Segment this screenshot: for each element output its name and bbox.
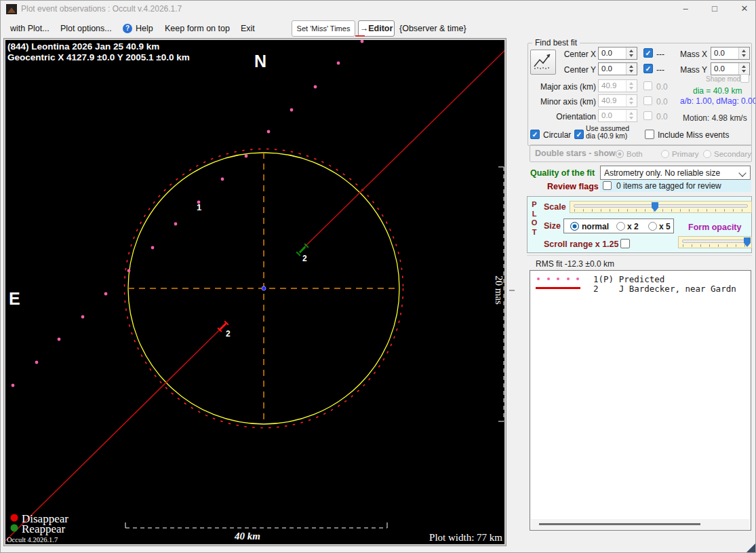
circular-label: Circular bbox=[543, 130, 571, 140]
minor-axis-checkbox[interactable] bbox=[643, 96, 652, 105]
menu-plot-options[interactable]: Plot options... bbox=[60, 24, 112, 33]
path-direction-tick bbox=[355, 35, 365, 37]
scale-slider[interactable] bbox=[570, 201, 752, 213]
motion-text: Motion: 4.98 km/s bbox=[683, 113, 747, 123]
close-button[interactable]: ✕ bbox=[733, 2, 756, 16]
observation-name: J Bardecker, near Gardn bbox=[619, 284, 736, 294]
mass-y-label: Mass Y bbox=[679, 65, 707, 75]
observation-id: 2 bbox=[593, 284, 619, 294]
plot-scrollbar-thumb[interactable] bbox=[509, 290, 515, 291]
minor-axis-label: Minor axis (km) bbox=[528, 97, 596, 107]
menu-with-plot[interactable]: with Plot... bbox=[10, 24, 49, 33]
center-y-spin-buttons[interactable] bbox=[626, 63, 637, 75]
use-assumed-dia-label: Use assumed dia (40.9 km) bbox=[586, 125, 629, 140]
mass-x-spin-buttons[interactable] bbox=[738, 47, 749, 59]
orientation-checkbox[interactable] bbox=[643, 111, 652, 120]
size-normal-radio[interactable] bbox=[570, 222, 579, 231]
orientation-value: 0.0 bbox=[601, 111, 612, 119]
double-stars-secondary-radio[interactable] bbox=[703, 150, 711, 158]
scale-slider-ticks bbox=[574, 209, 749, 212]
set-miss-times-button[interactable]: Set 'Miss' Times bbox=[292, 20, 355, 37]
observations-listbox[interactable]: 1(P)Predicted 2J Bardecker, near Gardn bbox=[530, 270, 751, 531]
center-y-spinner[interactable]: 0.0 bbox=[598, 62, 637, 75]
scroll-range-checkbox[interactable] bbox=[620, 239, 630, 248]
minor-axis-spinner[interactable]: 40.9 bbox=[598, 94, 637, 107]
shape-model-checkbox[interactable] bbox=[740, 74, 749, 83]
minor-axis-spin-buttons[interactable] bbox=[626, 95, 637, 107]
app-window: Plot event observations : Occult v.4.202… bbox=[0, 0, 756, 553]
quality-combobox[interactable]: Astrometry only. No reliable size bbox=[600, 166, 751, 180]
orientation-spinner[interactable]: 0.0 bbox=[598, 109, 637, 122]
help-icon[interactable]: ? bbox=[123, 24, 132, 33]
form-opacity-slider[interactable] bbox=[678, 236, 752, 248]
rms-fit-text: RMS fit -12.3 ±0.0 km bbox=[536, 259, 614, 269]
list-item[interactable]: 1(P)Predicted bbox=[530, 274, 751, 284]
app-icon bbox=[6, 4, 17, 14]
separator bbox=[527, 255, 752, 256]
scroll-range-label: Scroll range x 1.25 bbox=[544, 240, 618, 249]
chord2-ingress-line bbox=[5, 328, 221, 541]
center-x-spinner[interactable]: 0.0 bbox=[598, 47, 637, 60]
mass-x-spinner[interactable]: 0.0 bbox=[711, 47, 750, 60]
plot-width-label: Plot width: 77 km bbox=[429, 532, 502, 543]
maximize-button[interactable]: □ bbox=[703, 2, 726, 16]
center-y-value: 0.0 bbox=[601, 64, 612, 73]
observed-solid-marker bbox=[536, 287, 580, 289]
observation-row-text: 2J Bardecker, near Gardn bbox=[593, 284, 736, 294]
plot-vertical-label: P L O T bbox=[531, 200, 538, 237]
double-stars-title: Double stars - show bbox=[535, 149, 616, 158]
center-x-checkbox[interactable] bbox=[643, 48, 653, 58]
form-opacity-ticks bbox=[683, 244, 749, 247]
double-stars-both-radio[interactable] bbox=[616, 150, 624, 158]
size-label: Size bbox=[544, 221, 561, 231]
list-item[interactable]: 2J Bardecker, near Gardn bbox=[530, 284, 751, 294]
orientation-error: 0.0 bbox=[656, 112, 668, 121]
review-flags-box: 0 items are tagged for review bbox=[600, 180, 751, 192]
minimize-button[interactable]: – bbox=[674, 2, 697, 16]
plot-letter-o: O bbox=[531, 218, 538, 228]
double-stars-secondary-label: Secondary bbox=[714, 150, 751, 158]
mass-x-label: Mass X bbox=[679, 50, 707, 59]
major-axis-spin-buttons[interactable] bbox=[626, 80, 637, 92]
review-flags-label: Review flags bbox=[547, 182, 599, 191]
center-x-spin-buttons[interactable] bbox=[626, 47, 637, 59]
form-opacity-label: Form opacity bbox=[688, 223, 742, 232]
mass-y-spin-buttons[interactable] bbox=[738, 63, 749, 75]
station2-disappear-label: 2 bbox=[226, 329, 231, 339]
menu-keep-on-top[interactable]: Keep form on top bbox=[165, 24, 230, 33]
menu-exit[interactable]: Exit bbox=[241, 24, 255, 33]
review-flags-checkbox[interactable] bbox=[603, 181, 612, 190]
observation-id: 1(P) bbox=[593, 274, 619, 284]
orientation-spin-buttons[interactable] bbox=[626, 110, 637, 121]
plot-canvas[interactable]: 1 2 2 (844) Leontina 2026 Jan 25 40.9 km… bbox=[5, 40, 504, 544]
list-scrollbar-thumb[interactable] bbox=[539, 523, 700, 525]
double-stars-primary-label: Primary bbox=[672, 150, 699, 158]
center-x-uncertainty: --- bbox=[656, 50, 664, 59]
menu-help[interactable]: Help bbox=[136, 24, 153, 33]
quality-value: Astrometry only. No reliable size bbox=[604, 168, 720, 178]
circular-checkbox[interactable] bbox=[530, 130, 540, 139]
quality-label: Quality of the fit bbox=[530, 168, 595, 178]
chevron-down-icon bbox=[738, 169, 746, 176]
size-x2-label: x 2 bbox=[627, 222, 639, 231]
east-label: E bbox=[9, 289, 20, 308]
size-normal-label: normal bbox=[582, 222, 609, 231]
resize-grip[interactable] bbox=[747, 544, 755, 552]
double-stars-primary-radio[interactable] bbox=[661, 150, 669, 158]
list-horizontal-scrollbar[interactable] bbox=[531, 519, 750, 529]
size-radio-group: normal x 2 x 5 bbox=[563, 218, 674, 233]
use-assumed-dia-checkbox[interactable] bbox=[574, 130, 584, 139]
center-y-checkbox[interactable] bbox=[643, 64, 653, 73]
size-x2-radio[interactable] bbox=[616, 222, 625, 231]
major-axis-value: 40.9 bbox=[601, 81, 616, 90]
observer-time-label: {Observer & time} bbox=[399, 24, 466, 33]
editor-button[interactable]: →Editor bbox=[358, 20, 395, 37]
center-y-label: Center Y bbox=[543, 65, 596, 75]
observation-name: Predicted bbox=[619, 274, 665, 284]
plot-controls-panel: P L O T Scale Size normal x 2 x 5 Form o… bbox=[527, 196, 752, 253]
include-miss-checkbox[interactable] bbox=[645, 130, 654, 139]
station1-label: 1 bbox=[197, 202, 201, 212]
size-x5-radio[interactable] bbox=[648, 222, 657, 231]
major-axis-checkbox[interactable] bbox=[643, 81, 652, 90]
major-axis-spinner[interactable]: 40.9 bbox=[598, 79, 637, 92]
